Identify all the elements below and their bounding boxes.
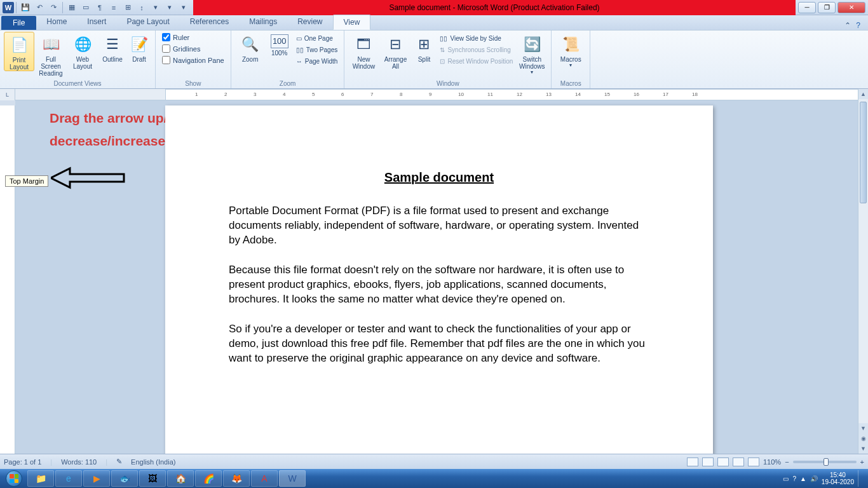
taskbar-adobe-icon[interactable]: A	[251, 470, 278, 487]
minimize-button[interactable]: ─	[798, 2, 816, 13]
taskbar-hp-icon[interactable]: 🏠	[167, 470, 194, 487]
file-tab[interactable]: File	[1, 16, 36, 30]
outline-button[interactable]: ☰Outline	[99, 32, 126, 63]
side-by-side-icon: ▯▯	[440, 35, 447, 42]
reset-window-position-button: ⊡Reset Window Position	[437, 56, 515, 67]
taskbar-word-icon[interactable]: W	[279, 470, 306, 487]
switch-windows-button[interactable]: 🔄Switch Windows▾	[517, 32, 547, 76]
save-icon[interactable]: 💾	[20, 2, 31, 13]
qat-customize-icon[interactable]: ▾	[178, 2, 189, 13]
tray-help-icon[interactable]: ?	[792, 475, 796, 482]
document-area: Drag the arrow up/down to decrease/incre…	[0, 100, 858, 454]
tray-clock[interactable]: 15:4019-04-2020	[822, 471, 854, 485]
two-pages-icon: ▯▯	[296, 46, 304, 53]
zoom-out-button[interactable]: −	[785, 458, 789, 466]
zoom-in-button[interactable]: +	[860, 458, 864, 466]
qat-misc2-icon[interactable]: ▾	[164, 2, 175, 13]
taskbar-ie-icon[interactable]: e	[55, 470, 82, 487]
start-button[interactable]	[1, 470, 27, 487]
split-icon: ⊞	[414, 34, 434, 55]
web-layout-button[interactable]: 🌐Web Layout	[67, 32, 98, 70]
tab-mailings[interactable]: Mailings	[239, 15, 287, 30]
previous-page-button[interactable]: ◉	[858, 433, 868, 444]
web-layout-view-icon[interactable]	[717, 458, 729, 466]
outline-view-icon[interactable]	[733, 458, 744, 466]
draft-button[interactable]: 📝Draft	[127, 32, 151, 63]
zoom-slider[interactable]	[793, 461, 857, 463]
one-page-icon: ▭	[296, 35, 302, 42]
taskbar-pictures-icon[interactable]: 🖼	[139, 470, 166, 487]
qat-grid-icon[interactable]: ▦	[66, 2, 78, 13]
zoom-level[interactable]: 110%	[763, 458, 781, 466]
full-screen-icon: 📖	[41, 34, 61, 55]
qat-align-icon[interactable]: ≡	[108, 2, 119, 13]
new-window-button[interactable]: 🗔New Window	[348, 32, 379, 70]
vertical-scrollbar[interactable]: ▲ ▼ ◉ ▼	[858, 89, 868, 454]
switch-windows-icon: 🔄	[522, 34, 542, 55]
ribbon-minimize-icon[interactable]: ⌃	[844, 21, 851, 30]
tray-action-center-icon[interactable]: ▭	[783, 475, 789, 482]
quick-access-toolbar: W 💾 ↶ ↷ ▦ ▭ ¶ ≡ ⊞ ↕ ▾ ▾ ▾ Sample documen…	[0, 0, 868, 15]
next-page-button[interactable]: ▼	[858, 444, 868, 454]
tab-home[interactable]: Home	[36, 15, 77, 30]
show-desktop-button[interactable]	[858, 470, 863, 487]
undo-icon[interactable]: ↶	[34, 2, 45, 13]
full-screen-view-icon[interactable]	[702, 458, 714, 466]
proofing-icon[interactable]: ✎	[116, 458, 122, 466]
split-button[interactable]: ⊞Split	[412, 32, 436, 63]
tab-insert[interactable]: Insert	[77, 15, 116, 30]
help-icon[interactable]: ?	[856, 21, 860, 30]
taskbar-chrome-icon[interactable]: 🌈	[195, 470, 222, 487]
arrange-all-button[interactable]: ⊟Arrange All	[380, 32, 410, 70]
full-screen-reading-button[interactable]: 📖Full Screen Reading	[36, 32, 66, 77]
view-side-by-side-button[interactable]: ▯▯View Side by Side	[437, 33, 515, 44]
scroll-thumb[interactable]	[860, 102, 867, 203]
draft-icon: 📝	[129, 34, 149, 55]
hundred-percent-button[interactable]: 100100%	[267, 32, 292, 57]
hundred-icon: 100	[271, 34, 288, 48]
two-pages-button[interactable]: ▯▯Two Pages	[294, 44, 341, 55]
macros-button[interactable]: 📜Macros▾	[555, 32, 586, 69]
word-count[interactable]: Words: 110	[61, 458, 97, 466]
vertical-ruler[interactable]	[0, 100, 15, 454]
tab-selector[interactable]: L	[0, 89, 15, 100]
taskbar-app1-icon[interactable]: 🐟	[111, 470, 138, 487]
scroll-up-button[interactable]: ▲	[858, 89, 868, 99]
language-status[interactable]: English (India)	[131, 458, 175, 466]
tray-volume-icon[interactable]: 🔊	[810, 475, 818, 482]
taskbar-firefox-icon[interactable]: 🦊	[223, 470, 250, 487]
ruler-checkbox[interactable]: Ruler	[159, 32, 227, 43]
paragraph-3: So if you're a developer or tester and w…	[229, 322, 649, 366]
navigation-pane-checkbox[interactable]: Navigation Pane	[159, 55, 227, 65]
one-page-button[interactable]: ▭One Page	[294, 33, 341, 44]
ribbon-tabs: File HomeInsertPage LayoutReferencesMail…	[0, 15, 868, 30]
qat-doc-icon[interactable]: ▭	[80, 2, 92, 13]
tab-references[interactable]: References	[180, 15, 239, 30]
scroll-down-button[interactable]: ▼	[858, 423, 868, 433]
qat-table-icon[interactable]: ⊞	[122, 2, 133, 13]
page-count[interactable]: Page: 1 of 1	[4, 458, 41, 466]
close-button[interactable]: ✕	[837, 2, 865, 13]
horizontal-ruler[interactable]: L 123456789101112131415161718	[0, 89, 868, 100]
tab-review[interactable]: Review	[287, 15, 332, 30]
restore-button[interactable]: ❐	[818, 2, 836, 13]
synchronous-scrolling-button: ⇅Synchronous Scrolling	[437, 44, 515, 55]
qat-para-icon[interactable]: ¶	[94, 2, 105, 13]
zoom-icon: 🔍	[240, 34, 261, 55]
print-layout-button[interactable]: 📄Print Layout	[4, 32, 34, 71]
print-layout-view-icon[interactable]	[687, 458, 698, 466]
tab-view[interactable]: View	[333, 15, 371, 30]
draft-view-icon[interactable]	[748, 458, 759, 466]
taskbar-media-icon[interactable]: ▶	[83, 470, 110, 487]
taskbar-explorer-icon[interactable]: 📁	[27, 470, 54, 487]
gridlines-checkbox[interactable]: Gridlines	[159, 43, 227, 54]
tray-up-icon[interactable]: ▲	[800, 475, 806, 482]
page-width-icon: ↔	[296, 58, 302, 65]
reset-pos-icon: ⊡	[440, 58, 445, 65]
redo-icon[interactable]: ↷	[48, 2, 59, 13]
qat-spacing-icon[interactable]: ↕	[136, 2, 147, 13]
qat-misc1-icon[interactable]: ▾	[150, 2, 161, 13]
tab-page-layout[interactable]: Page Layout	[116, 15, 179, 30]
page-width-button[interactable]: ↔Page Width	[294, 56, 341, 67]
zoom-button[interactable]: 🔍Zoom	[235, 32, 266, 63]
